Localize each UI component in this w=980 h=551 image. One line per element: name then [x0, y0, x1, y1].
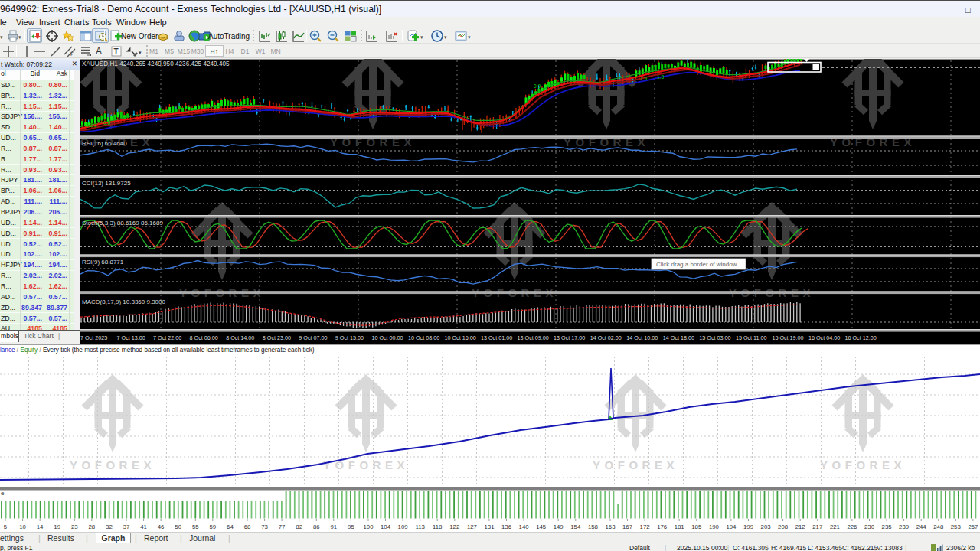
svg-text:145: 145 [536, 523, 547, 530]
svg-text:140: 140 [519, 523, 530, 530]
svg-text:CCI(13) 131.9725: CCI(13) 131.9725 [82, 180, 131, 187]
svg-text:16 Oct 12:00: 16 Oct 12:00 [845, 334, 877, 341]
svg-text:86: 86 [313, 523, 320, 530]
svg-text:XAUUSD,H1 4240.265 4249.950 4: XAUUSD,H1 4240.265 4249.950 4236.425 424… [82, 60, 230, 67]
svg-text:7 Oct 2025: 7 Oct 2025 [80, 334, 107, 341]
svg-text:7 Oct 13:00: 7 Oct 13:00 [117, 334, 145, 341]
svg-text:19: 19 [54, 523, 60, 530]
svg-text:37: 37 [123, 523, 130, 530]
svg-text:10 Oct 16:00: 10 Oct 16:00 [445, 334, 476, 341]
svg-text:16 Oct 04:00: 16 Oct 04:00 [808, 334, 840, 341]
svg-text:T: T [114, 47, 119, 56]
svg-text:Stoch(5,3,3) 88.6169 86.1689: Stoch(5,3,3) 88.6169 86.1689 [82, 220, 163, 227]
svg-text:248: 248 [933, 523, 943, 530]
svg-text:14 Oct 10:00: 14 Oct 10:00 [626, 334, 658, 341]
svg-text:64: 64 [227, 523, 234, 530]
svg-text:13 Oct 09:00: 13 Oct 09:00 [518, 334, 549, 341]
svg-text:14 Oct 18:00: 14 Oct 18:00 [663, 334, 694, 341]
svg-text:0.6: 0.6 [103, 120, 110, 126]
svg-text:73: 73 [261, 523, 268, 530]
svg-text:MACD(8,17,9) 10.3360 9.3000: MACD(8,17,9) 10.3360 9.3000 [82, 298, 166, 305]
svg-text:203: 203 [761, 523, 771, 530]
svg-text:244: 244 [916, 523, 927, 530]
svg-text:32: 32 [106, 523, 113, 530]
svg-text:82: 82 [296, 523, 302, 530]
svg-text:199: 199 [743, 523, 753, 530]
svg-text:23: 23 [71, 523, 78, 530]
svg-text:104: 104 [381, 523, 391, 530]
svg-text:14 Oct 02:00: 14 Oct 02:00 [590, 334, 622, 341]
svg-text:127: 127 [467, 523, 477, 530]
svg-text:257: 257 [968, 523, 978, 530]
svg-text:28: 28 [88, 523, 95, 530]
svg-text:176: 176 [657, 523, 667, 530]
svg-text:109: 109 [398, 523, 408, 530]
svg-text:14: 14 [37, 523, 44, 530]
svg-text:154: 154 [570, 523, 581, 530]
svg-text:YOFOREX: YOFOREX [70, 458, 155, 471]
svg-text:95: 95 [348, 523, 354, 530]
svg-text:15 Oct 19:00: 15 Oct 19:00 [772, 334, 803, 341]
svg-text:212: 212 [795, 523, 805, 530]
svg-text:8 Oct 23:00: 8 Oct 23:00 [263, 334, 291, 341]
svg-text:208: 208 [778, 523, 788, 530]
svg-text:41: 41 [140, 523, 147, 530]
svg-text:77: 77 [279, 523, 286, 530]
svg-text:122: 122 [449, 523, 459, 530]
svg-text:Click drag a border of window: Click drag a border of window [656, 261, 737, 268]
svg-text:46: 46 [158, 523, 165, 530]
svg-text:194: 194 [726, 523, 737, 530]
svg-text:226: 226 [847, 523, 857, 530]
svg-text:118: 118 [433, 523, 442, 530]
svg-text:13 Oct 01:00: 13 Oct 01:00 [481, 334, 512, 341]
svg-text:235: 235 [882, 523, 893, 530]
svg-text:7 Oct 22:00: 7 Oct 22:00 [153, 334, 181, 341]
svg-text:YOFOREX: YOFOREX [820, 458, 906, 471]
svg-text:3.2,3: 3.2,3 [86, 122, 97, 128]
svg-text:239: 239 [899, 523, 909, 530]
svg-text:172: 172 [640, 523, 650, 530]
svg-text:15 Oct 11:00: 15 Oct 11:00 [736, 334, 767, 341]
svg-text:113: 113 [415, 523, 424, 530]
svg-text:68: 68 [244, 523, 251, 530]
svg-text:190: 190 [709, 523, 720, 530]
svg-text:167: 167 [622, 523, 632, 530]
svg-text:5: 5 [4, 523, 8, 530]
svg-text:10 Oct 08:00: 10 Oct 08:00 [408, 334, 439, 341]
svg-text:230: 230 [864, 523, 875, 530]
svg-text:e: e [1, 490, 5, 497]
svg-text:181: 181 [675, 523, 684, 530]
svg-text:10 Oct 00:00: 10 Oct 00:00 [371, 334, 403, 341]
svg-text:9 Oct 15:00: 9 Oct 15:00 [335, 334, 364, 341]
svg-text:217: 217 [812, 523, 822, 530]
svg-text:1.9: 1.9 [640, 76, 647, 81]
svg-text:50: 50 [175, 523, 181, 530]
svg-text:9 Oct 07:00: 9 Oct 07:00 [299, 334, 327, 341]
svg-text:91: 91 [330, 523, 337, 530]
svg-text:149: 149 [554, 523, 564, 530]
svg-text:158: 158 [588, 523, 598, 530]
svg-text:253: 253 [951, 523, 961, 530]
svg-text:8 Oct 14:00: 8 Oct 14:00 [226, 334, 254, 341]
svg-text:221: 221 [830, 523, 840, 530]
svg-text:10: 10 [19, 523, 26, 530]
svg-text:RSI(9) 68.8771: RSI(9) 68.8771 [82, 259, 124, 266]
svg-text:13 Oct 17:00: 13 Oct 17:00 [554, 334, 585, 341]
svg-text:100: 100 [363, 523, 374, 530]
svg-text:59: 59 [209, 523, 216, 530]
svg-text:0.9: 0.9 [534, 83, 541, 89]
svg-text:163: 163 [605, 523, 615, 530]
svg-text:RSI(16) 66.4640: RSI(16) 66.4640 [82, 140, 127, 147]
svg-text:136: 136 [501, 523, 511, 530]
svg-text:YOFOREX: YOFOREX [593, 458, 678, 471]
svg-text:₣: ₣ [70, 51, 74, 57]
svg-text:185: 185 [691, 523, 702, 530]
svg-text:55: 55 [192, 523, 199, 530]
svg-text:8 Oct 06:00: 8 Oct 06:00 [190, 334, 218, 341]
svg-text:15 Oct 03:00: 15 Oct 03:00 [699, 334, 730, 341]
svg-text:131: 131 [484, 523, 494, 530]
svg-text:1.8: 1.8 [657, 74, 664, 80]
